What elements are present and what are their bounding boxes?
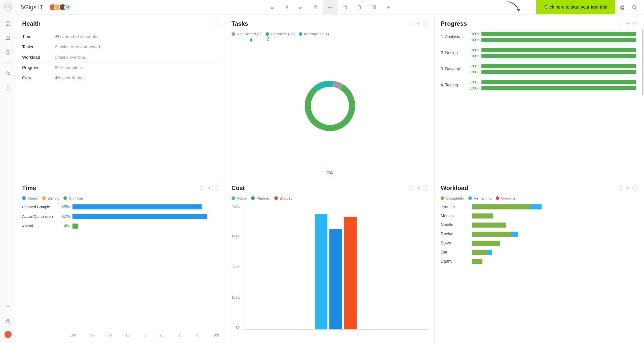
progress-row: 3. Develop... 100% 100%	[441, 64, 636, 74]
gear-icon[interactable]	[625, 21, 631, 27]
health-value: 92% complete.	[55, 65, 83, 70]
info-icon[interactable]: ?	[214, 21, 219, 26]
expand-icon[interactable]	[408, 185, 414, 191]
gear-icon[interactable]	[625, 185, 631, 191]
user-avatar[interactable]	[5, 331, 12, 338]
time-row-value: 92%	[57, 214, 70, 219]
progress-pct: 100%	[468, 64, 479, 68]
donut-label-inprogress: 4	[250, 37, 252, 43]
legend-dot-icon	[274, 196, 278, 200]
workload-seg-remaining	[511, 232, 518, 237]
cta-banner[interactable]: Click here to start your free trial	[536, 0, 615, 14]
bell-icon[interactable]	[3, 33, 13, 43]
print-icon[interactable]	[617, 2, 627, 12]
progress-bar	[481, 48, 636, 52]
time-row: Ahead 4%	[22, 224, 219, 229]
workload-row: Natalie	[441, 223, 638, 228]
scrollbar[interactable]	[642, 30, 643, 95]
health-value: 4% over budget.	[55, 76, 86, 81]
legend-label: In Progress (4)	[304, 32, 329, 36]
time-row: Actual Completion 92%	[22, 214, 219, 219]
gantt-view-icon[interactable]	[294, 0, 308, 15]
workload-seg-completed	[472, 223, 506, 228]
donut-label-notstarted: 2	[267, 36, 270, 42]
workload-row: Joe	[441, 250, 638, 255]
workload-bar	[472, 213, 493, 219]
progress-bar	[481, 64, 636, 68]
legend-item[interactable]: Behind	[42, 196, 59, 200]
legend-dot-icon	[441, 196, 444, 200]
gear-icon[interactable]	[415, 185, 421, 191]
legend-item[interactable]: In Progress (4)	[299, 32, 329, 36]
board-view-icon[interactable]	[279, 0, 294, 15]
workload-name: Natalie	[441, 223, 468, 227]
expand-icon[interactable]	[408, 21, 414, 27]
axis-tick: 0	[143, 333, 145, 337]
panel-view-icon[interactable]	[367, 0, 381, 15]
svg-point-19	[627, 187, 629, 189]
expand-icon[interactable]	[199, 185, 205, 191]
legend-dot-icon	[232, 196, 235, 200]
people-icon[interactable]	[3, 68, 13, 78]
legend-item[interactable]: Budget	[274, 196, 292, 200]
progress-bar	[481, 70, 636, 74]
legend-dot-icon	[496, 196, 499, 200]
svg-point-1	[7, 72, 8, 73]
info-icon[interactable]: ?	[423, 185, 428, 191]
info-icon[interactable]: ?	[632, 185, 638, 191]
time-row-value: 88%	[57, 204, 70, 209]
progress-bar	[481, 54, 636, 58]
legend-item[interactable]: Planned	[251, 196, 270, 200]
add-view-icon[interactable]	[381, 0, 396, 15]
legend-item[interactable]: Complete (24)	[266, 32, 295, 36]
expand-icon[interactable]	[617, 185, 623, 191]
search-icon[interactable]	[629, 2, 639, 12]
workload-seg-completed	[472, 259, 482, 264]
time-bar-track	[72, 204, 219, 209]
axis-tick: 300K	[232, 235, 240, 239]
workload-seg-completed	[472, 213, 493, 219]
axis-tick: 100	[70, 333, 76, 337]
axis-tick: 200K	[232, 265, 240, 269]
help-icon[interactable]	[3, 316, 13, 326]
legend-item[interactable]: On Time	[63, 196, 83, 200]
briefcase-icon[interactable]	[3, 83, 13, 93]
health-value: 0 tasks overdue.	[55, 55, 86, 60]
avatar-more-count[interactable]: +6	[64, 4, 71, 11]
calendar-view-icon[interactable]	[337, 0, 352, 15]
gear-icon[interactable]	[415, 21, 421, 27]
legend-item[interactable]: Actual	[232, 196, 247, 200]
progress-pct: 100%	[468, 86, 479, 90]
info-icon[interactable]: ?	[632, 21, 638, 26]
legend-item[interactable]: Remaining	[468, 196, 492, 200]
legend-item[interactable]: Overdue	[496, 196, 516, 200]
legend-dot-icon	[468, 196, 472, 200]
legend-item[interactable]: Ahead	[22, 196, 38, 200]
info-icon[interactable]: ?	[214, 185, 219, 191]
workload-seg-remaining	[530, 204, 542, 209]
home-icon[interactable]	[3, 18, 13, 28]
add-icon[interactable]	[3, 302, 13, 312]
expand-icon[interactable]	[617, 21, 623, 27]
app-logo[interactable]: PM	[4, 3, 12, 11]
time-row-label: Ahead	[22, 224, 55, 228]
legend-item[interactable]: Completed	[441, 196, 464, 200]
svg-rect-7	[372, 6, 375, 9]
topbar: 5Gigs IT +6 Click here to start	[16, 0, 644, 15]
time-bar-track	[72, 224, 219, 229]
clock-icon[interactable]	[3, 47, 13, 57]
avatar-stack[interactable]: +6	[49, 4, 71, 11]
gear-icon[interactable]	[206, 185, 212, 191]
workload-seg-completed	[472, 204, 530, 209]
legend-dot-icon	[299, 32, 302, 36]
sheet-view-icon[interactable]	[308, 0, 323, 15]
file-view-icon[interactable]	[352, 0, 367, 15]
info-icon[interactable]: ?	[423, 21, 428, 26]
legend-item[interactable]: Not Started (2)	[232, 32, 261, 36]
workload-seg-completed	[472, 232, 511, 237]
dashboard-view-icon[interactable]	[323, 0, 337, 15]
cost-chart: 400K300K200K100K$0	[232, 203, 429, 337]
panel-title: Progress	[441, 20, 467, 27]
view-switcher	[264, 0, 396, 15]
list-view-icon[interactable]	[264, 0, 279, 15]
